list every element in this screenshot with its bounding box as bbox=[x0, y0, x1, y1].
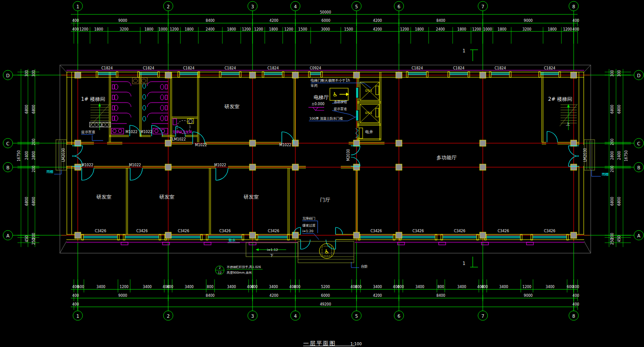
dim-label-54: 5200 bbox=[321, 285, 330, 289]
dim-label-78: 400 bbox=[572, 294, 579, 298]
axis-bubble-4-11: 4 bbox=[291, 311, 301, 321]
room-label-0: 1# 楼梯间 bbox=[81, 97, 105, 102]
dim-label-106: 6800 bbox=[611, 197, 614, 206]
window-tag-7: C1824 bbox=[453, 67, 464, 70]
axis-bubble-3-2: 3 bbox=[248, 1, 258, 11]
dim-label-8: 9000 bbox=[524, 19, 533, 23]
dim-label-12: 1800 bbox=[94, 28, 103, 31]
annotation-21: 2 bbox=[219, 267, 221, 270]
window-tag-14: C3426 bbox=[268, 230, 279, 233]
dim-label-72: 8400 bbox=[206, 294, 215, 298]
dim-label-62: 3400 bbox=[457, 285, 466, 289]
annotation-18: 散水 bbox=[229, 239, 235, 242]
annotation-12: 下 bbox=[270, 254, 274, 258]
annotation-15: 台阶 bbox=[361, 265, 368, 268]
axis-bubble-6-13: 6 bbox=[394, 311, 404, 321]
labels-layer: 5000040090008400420060004200840090004004… bbox=[0, 0, 644, 347]
annotation-24: DT-1 bbox=[365, 112, 372, 115]
axis-bubble-4-3: 4 bbox=[291, 1, 301, 11]
dim-label-87: 300 bbox=[32, 70, 36, 76]
dim-label-100: 450 bbox=[618, 235, 621, 242]
dim-label-46: 3400 bbox=[185, 285, 194, 289]
dim-label-75: 4200 bbox=[373, 294, 382, 298]
room-label-1: 研发室 bbox=[225, 104, 240, 110]
dim-label-86: 450 bbox=[25, 235, 29, 242]
window-tag-3: C1824 bbox=[225, 67, 236, 70]
dim-label-77: 9000 bbox=[524, 294, 533, 298]
room-label-2: 电梯厅 bbox=[314, 95, 329, 100]
dim-label-45: 400 bbox=[166, 285, 173, 289]
dim-label-104: 2800 bbox=[611, 151, 614, 160]
dim-label-27: 4200 bbox=[373, 28, 382, 31]
dim-label-41: 3400 bbox=[97, 285, 105, 289]
dim-label-95: 16750 bbox=[17, 150, 21, 161]
axis-bubble-5-4: 5 bbox=[352, 1, 362, 11]
dim-label-70: 400 bbox=[72, 294, 79, 298]
dim-label-60: 3400 bbox=[415, 285, 424, 289]
title-underline bbox=[303, 346, 355, 346]
dim-label-26: 1500 bbox=[344, 28, 353, 31]
annotation-20: 高度900mm,余同 bbox=[227, 271, 252, 275]
dim-label-38: 400 bbox=[572, 28, 579, 31]
dim-label-4: 4200 bbox=[270, 19, 278, 23]
window-tag-10: C3426 bbox=[95, 230, 106, 233]
dim-label-66: 1200 bbox=[523, 285, 531, 289]
window-tag-18: C3426 bbox=[498, 230, 509, 233]
door-tag-7: TLM1022 bbox=[170, 138, 186, 141]
dim-label-11: 1200 bbox=[80, 28, 88, 31]
axis-bubble-6-5: 6 bbox=[394, 1, 404, 11]
axis-bubble-A-19: A bbox=[3, 230, 13, 240]
door-tag-2: M1022 bbox=[195, 144, 207, 147]
dim-label-109: 16750 bbox=[625, 150, 628, 161]
dim-label-24: 1500 bbox=[298, 28, 307, 31]
dim-label-92: 6800 bbox=[32, 197, 36, 206]
dim-label-53: 400 bbox=[294, 285, 300, 289]
dim-label-84: 2400 bbox=[25, 151, 29, 160]
window-tag-11: C3426 bbox=[136, 230, 148, 233]
dim-label-36: 1800 bbox=[548, 28, 557, 31]
door-tag-0: M1022 bbox=[125, 131, 137, 134]
axis-bubble-B-18: B bbox=[3, 162, 13, 172]
annotation-7: 无障碍卫生间 bbox=[173, 131, 192, 134]
annotation-13: 上 bbox=[566, 122, 570, 126]
window-tag-12: C3426 bbox=[178, 230, 189, 233]
axis-bubble-A-23: A bbox=[634, 230, 644, 240]
dim-label-83: 6800 bbox=[25, 105, 29, 113]
annotation-10: i=1:20 bbox=[302, 230, 313, 233]
dim-label-14: 1800 bbox=[145, 28, 153, 31]
axis-bubble-5-12: 5 bbox=[352, 311, 362, 321]
dim-label-1: 400 bbox=[72, 19, 79, 23]
dim-label-22: 1800 bbox=[269, 28, 278, 31]
axis-bubble-D-20: D bbox=[634, 70, 644, 80]
annotation-16: 雨棚 bbox=[46, 170, 53, 174]
dim-label-76: 8400 bbox=[436, 294, 445, 298]
dim-label-67: 3400 bbox=[546, 285, 554, 289]
axis-bubble-1-8: 1 bbox=[73, 311, 83, 321]
window-tag-13: C3426 bbox=[219, 230, 231, 233]
dim-label-35: 3200 bbox=[523, 28, 531, 31]
door-tag-4: M1022 bbox=[81, 164, 93, 167]
window-tag-1: C1824 bbox=[143, 67, 154, 70]
dim-label-25: 3000 bbox=[321, 28, 330, 31]
dim-label-21: 1200 bbox=[254, 28, 263, 31]
door-tag-10: LM2030 bbox=[584, 148, 587, 162]
annotation-5: 100厚 混凝土防水门槛 bbox=[309, 117, 343, 120]
room-label-9: 电井 bbox=[365, 130, 373, 134]
window-tag-16: C3426 bbox=[412, 230, 424, 233]
dim-label-23: 1200 bbox=[284, 28, 293, 31]
dim-label-48: 3400 bbox=[227, 285, 236, 289]
dim-label-59: 400 bbox=[397, 285, 404, 289]
dim-label-97: 6800 bbox=[618, 105, 621, 113]
dim-label-19: 1800 bbox=[227, 28, 236, 31]
dim-label-31: 1800 bbox=[457, 28, 466, 31]
dim-label-2: 9000 bbox=[118, 19, 127, 23]
cad-floorplan-screenshot: 5000040090008400420060004200840090004004… bbox=[0, 0, 644, 347]
door-tag-9: LM2030 bbox=[62, 148, 66, 162]
axis-bubble-7-6: 7 bbox=[478, 1, 488, 11]
dim-label-5: 6000 bbox=[322, 19, 330, 23]
annotation-19: 不锈钢栏杆扶手,高1.026 bbox=[227, 266, 261, 269]
room-label-8: 多功能厅 bbox=[436, 155, 457, 161]
dim-label-101: 300 bbox=[611, 70, 614, 76]
window-tag-9: C1824 bbox=[544, 67, 555, 70]
dim-label-108: 250 bbox=[611, 238, 614, 244]
